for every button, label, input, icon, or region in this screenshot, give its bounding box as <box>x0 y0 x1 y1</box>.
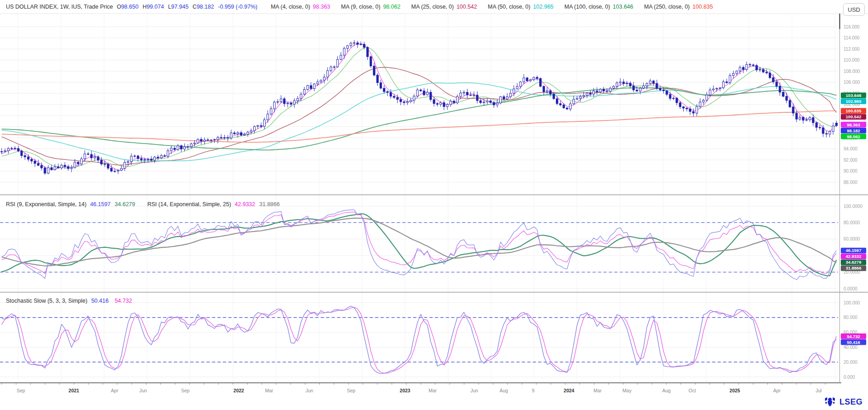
x-axis-label: Jun <box>140 388 147 393</box>
ohlc-value: 99.074 <box>147 4 164 10</box>
rsi-tick-label: 100.0000 <box>844 204 863 209</box>
ma-legend-value: 100.835 <box>693 4 713 10</box>
stochastic-label: Stochastic Slow (5, 3, 3, Simple) <box>6 298 87 304</box>
price-ohlc-values: O98.650H99.074L97.945C98.182-0.959 (-0.9… <box>117 4 270 10</box>
x-axis-label: 2024 <box>564 388 574 393</box>
currency-button[interactable]: USD <box>843 3 865 16</box>
lseg-brand-text: LSEG <box>839 397 863 407</box>
gridlines <box>0 14 838 383</box>
price-tick-label: 106.000 <box>844 80 860 85</box>
rsi9-line <box>2 210 837 280</box>
price-legend[interactable]: US DOLLAR INDEX, 1W, IUS, Trade Price O9… <box>6 4 724 10</box>
x-axis: Sep2021AprJunSep2022MarJunSep2023MarJunA… <box>2 383 825 393</box>
ma-legend-label: MA (25, close, 0) <box>411 4 454 10</box>
ohlc-label: C <box>193 4 197 10</box>
chart-title: US DOLLAR INDEX, 1W, IUS, Trade Price <box>6 4 113 10</box>
price-tick-label: 116.000 <box>844 24 860 29</box>
price-tick-label: 88.000 <box>844 180 858 185</box>
x-axis-label: May <box>622 388 632 393</box>
rsi-legend-value: 31.8866 <box>259 201 280 207</box>
x-axis-label: Apr <box>111 388 119 393</box>
lseg-logo-icon <box>824 396 836 407</box>
panel-borders <box>0 14 868 383</box>
x-axis-label: Mar <box>429 388 437 393</box>
svg-text:98.062: 98.062 <box>847 134 860 139</box>
x-axis-label: 2025 <box>729 388 740 393</box>
rsi-legend[interactable]: RSI (9, Exponential, Simple, 14)46.15973… <box>6 201 284 207</box>
ma-legend-label: MA (4, close, 0) <box>271 4 310 10</box>
ohlc-label: O <box>117 4 121 10</box>
x-axis-label: Oct <box>689 388 696 393</box>
rsi-legend-groups: RSI (9, Exponential, Simple, 14)46.15973… <box>6 201 284 207</box>
x-axis-label: 2022 <box>233 388 244 393</box>
stochastic-d-value: 54.732 <box>115 298 132 304</box>
rsi-legend-value: 34.6279 <box>115 201 135 207</box>
ma-legend-value: 103.646 <box>613 4 633 10</box>
svg-text:54.732: 54.732 <box>847 334 860 339</box>
stochastic-k-value: 50.416 <box>91 298 108 304</box>
price-tick-label: 114.000 <box>844 35 860 40</box>
stoch-tick-label: 40.000 <box>844 345 858 350</box>
ma-legend-label: MA (9, close, 0) <box>341 4 381 10</box>
svg-text:42.9332: 42.9332 <box>846 254 861 259</box>
price-tick-label: 110.000 <box>844 58 860 63</box>
svg-text:31.8866: 31.8866 <box>846 265 861 270</box>
svg-text:46.1597: 46.1597 <box>846 248 861 253</box>
x-axis-label: Sep <box>347 388 356 393</box>
price-tick-label: 108.000 <box>844 69 860 74</box>
rsi-tick-label: 60.0000 <box>844 236 860 241</box>
stoch-d-line <box>2 307 837 373</box>
x-axis-label: 2021 <box>68 388 79 393</box>
ma-legend-value: 100.542 <box>457 4 477 10</box>
ma-legend-value: 98.363 <box>313 4 330 10</box>
ma-line-4 <box>2 43 837 170</box>
price-badges: 103.646102.965100.835100.54298.36398.182… <box>841 92 866 345</box>
ohlc-value: 98.650 <box>121 4 138 10</box>
x-axis-label: 2023 <box>400 388 410 393</box>
stoch-tick-label: 100.000 <box>844 300 860 305</box>
ma-line-100 <box>2 88 837 150</box>
svg-text:100.835: 100.835 <box>846 108 862 113</box>
x-axis-label: Mar <box>265 388 274 393</box>
x-axis-label: Sep <box>17 388 25 393</box>
rsi-legend-value: 46.1597 <box>90 201 111 207</box>
price-tick-label: 90.000 <box>844 169 858 174</box>
x-axis-label: Aug <box>662 388 671 393</box>
price-tick-label: 94.000 <box>844 146 858 151</box>
ohlc-value: 97.945 <box>171 4 188 10</box>
price-tick-label: 112.000 <box>844 47 860 52</box>
ma-legend-label: MA (100, close, 0) <box>564 4 610 10</box>
stoch-tick-label: 20.000 <box>844 360 858 365</box>
svg-text:100.542: 100.542 <box>846 114 861 119</box>
ma-legend-value: 98.062 <box>383 4 400 10</box>
svg-text:34.6279: 34.6279 <box>846 260 861 265</box>
price-tick-label: 92.000 <box>844 158 858 163</box>
ma-legend-label: MA (250, close, 0) <box>644 4 690 10</box>
svg-text:98.182: 98.182 <box>847 128 860 133</box>
ma-lines <box>2 43 837 170</box>
stochastic-legend[interactable]: Stochastic Slow (5, 3, 3, Simple) 50.416… <box>6 298 136 304</box>
ohlc-label: L <box>168 4 171 10</box>
ma-legend-value: 102.965 <box>533 4 554 10</box>
svg-text:50.416: 50.416 <box>847 340 860 345</box>
x-axis-label: Sep <box>181 388 190 393</box>
stoch-tick-label: 0.000 <box>844 375 855 380</box>
ohlc-value: 98.182 <box>197 4 214 10</box>
y-axis-labels: 116.000114.000112.000110.000108.000106.0… <box>844 24 863 380</box>
stoch-k-line <box>2 306 837 374</box>
x-axis-label: Jun <box>306 388 313 393</box>
lseg-logo: LSEG <box>824 396 863 407</box>
svg-text:102.965: 102.965 <box>846 99 862 104</box>
rsi-legend-label: RSI (9, Exponential, Simple, 14) <box>6 201 87 207</box>
rsi-legend-value: 42.9332 <box>235 201 255 207</box>
ma-legend-label: MA (50, close, 0) <box>488 4 530 10</box>
rsi-tick-label: 80.0000 <box>844 220 860 225</box>
rsi-lines <box>2 210 837 280</box>
ohlc-label: H <box>143 4 147 10</box>
stochastic-lines <box>2 306 837 374</box>
ma-legend: MA (4, close, 0)98.363MA (9, close, 0)98… <box>271 4 724 10</box>
rsi-tick-label: 0.0000 <box>844 286 858 291</box>
x-axis-label: Jul <box>815 388 821 393</box>
x-axis-label: 9 <box>532 388 535 393</box>
change-value: -0.959 (-0.97%) <box>218 4 257 10</box>
